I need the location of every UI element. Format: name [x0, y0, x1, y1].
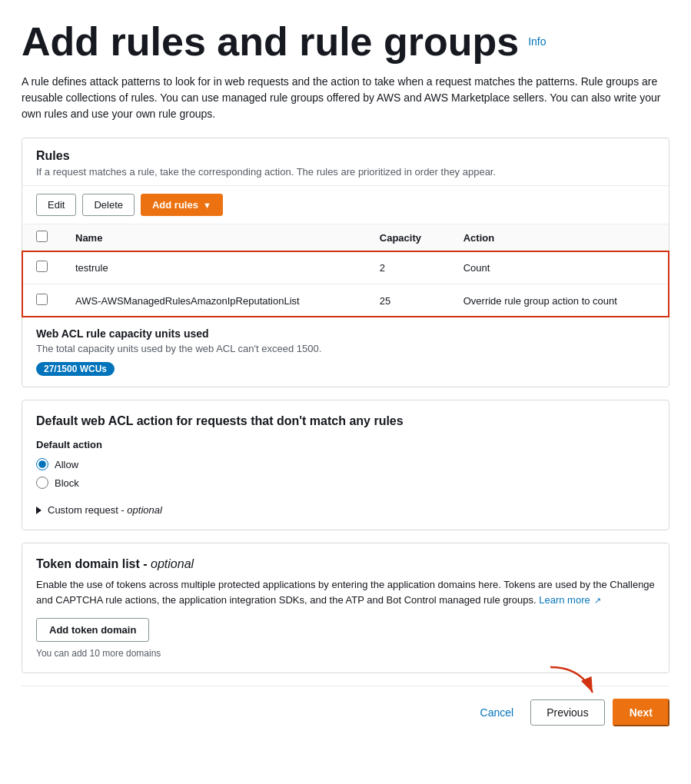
rules-section-header: Rules If a request matches a rule, take … [22, 138, 669, 186]
row2-checkbox[interactable] [36, 294, 48, 305]
info-link[interactable]: Info [528, 35, 546, 48]
wcu-badge: 27/1500 WCUs [36, 362, 115, 376]
block-radio-option[interactable]: Block [36, 477, 655, 489]
row1-checkbox-cell [22, 251, 61, 284]
header-checkbox-col [22, 224, 61, 251]
row1-action: Count [450, 251, 669, 284]
page-description: A rule defines attack patterns to look f… [22, 74, 669, 122]
token-optional-label: optional [151, 557, 194, 570]
row1-capacity: 2 [366, 251, 450, 284]
learn-more-link[interactable]: Learn more ↗ [539, 594, 601, 606]
custom-request-toggle[interactable]: Custom request - optional [36, 500, 655, 516]
footer-nav: Cancel Previous Next [22, 686, 669, 739]
row2-action: Override rule group action to count [450, 284, 669, 317]
table-row: testrule 2 Count [22, 251, 669, 284]
delete-button[interactable]: Delete [82, 194, 135, 216]
rules-section-subtitle: If a request matches a rule, take the co… [36, 166, 655, 178]
block-radio[interactable] [36, 477, 48, 489]
edit-button[interactable]: Edit [36, 194, 76, 216]
add-rules-button[interactable]: Add rules ▼ [141, 194, 223, 216]
row2-capacity: 25 [366, 284, 450, 317]
default-action-card: Default web ACL action for requests that… [22, 400, 669, 530]
page-title: Add rules and rule groups [22, 18, 519, 65]
rules-section-title: Rules [36, 149, 655, 163]
row1-name: testrule [61, 251, 366, 284]
external-link-icon: ↗ [594, 594, 601, 607]
radio-group: Allow Block [36, 458, 655, 489]
capacity-desc: The total capacity units used by the web… [36, 343, 655, 354]
allow-radio-option[interactable]: Allow [36, 458, 655, 470]
table-row: AWS-AWSManagedRulesAmazonIpReputationLis… [22, 284, 669, 317]
capacity-section: Web ACL rule capacity units used The tot… [22, 317, 669, 387]
allow-radio[interactable] [36, 458, 48, 470]
row2-checkbox-cell [22, 284, 61, 317]
rules-table-body: testrule 2 Count AWS-AWSManagedRulesAmaz… [22, 251, 669, 317]
name-column-header: Name [61, 224, 366, 251]
next-button[interactable]: Next [613, 699, 669, 726]
block-label: Block [55, 477, 79, 489]
rules-table: Name Capacity Action testrule 2 Count [22, 224, 669, 317]
token-domain-card: Token domain list - optional Enable the … [22, 543, 669, 673]
optional-label: optional [127, 504, 162, 516]
dropdown-arrow-icon: ▼ [203, 201, 211, 210]
row1-checkbox[interactable] [36, 261, 48, 272]
default-action-title: Default web ACL action for requests that… [36, 414, 655, 428]
page-title-row: Add rules and rule groups Info [22, 18, 669, 65]
rules-table-container: Name Capacity Action testrule 2 Count [22, 224, 669, 317]
previous-button[interactable]: Previous [530, 699, 604, 726]
token-desc: Enable the use of tokens across multiple… [36, 577, 655, 607]
custom-request-label: Custom request - optional [48, 504, 162, 516]
row2-name: AWS-AWSManagedRulesAmazonIpReputationLis… [61, 284, 366, 317]
token-note: You can add 10 more domains [36, 648, 655, 659]
capacity-column-header: Capacity [366, 224, 450, 251]
select-all-checkbox[interactable] [36, 231, 48, 242]
cancel-button[interactable]: Cancel [471, 700, 523, 725]
action-label: Default action [36, 439, 655, 450]
table-header-row: Name Capacity Action [22, 224, 669, 251]
capacity-title: Web ACL rule capacity units used [36, 327, 655, 340]
page-container: Add rules and rule groups Info A rule de… [0, 0, 691, 784]
token-title: Token domain list - optional [36, 557, 655, 571]
add-token-button[interactable]: Add token domain [36, 618, 149, 642]
arrow-annotation [543, 663, 604, 702]
rules-toolbar: Edit Delete Add rules ▼ [22, 186, 669, 224]
allow-label: Allow [55, 459, 78, 470]
triangle-right-icon [36, 507, 42, 514]
action-column-header: Action [450, 224, 669, 251]
default-action-section: Default web ACL action for requests that… [22, 400, 669, 530]
rules-section-card: Rules If a request matches a rule, take … [22, 138, 669, 387]
token-section: Token domain list - optional Enable the … [22, 543, 669, 673]
